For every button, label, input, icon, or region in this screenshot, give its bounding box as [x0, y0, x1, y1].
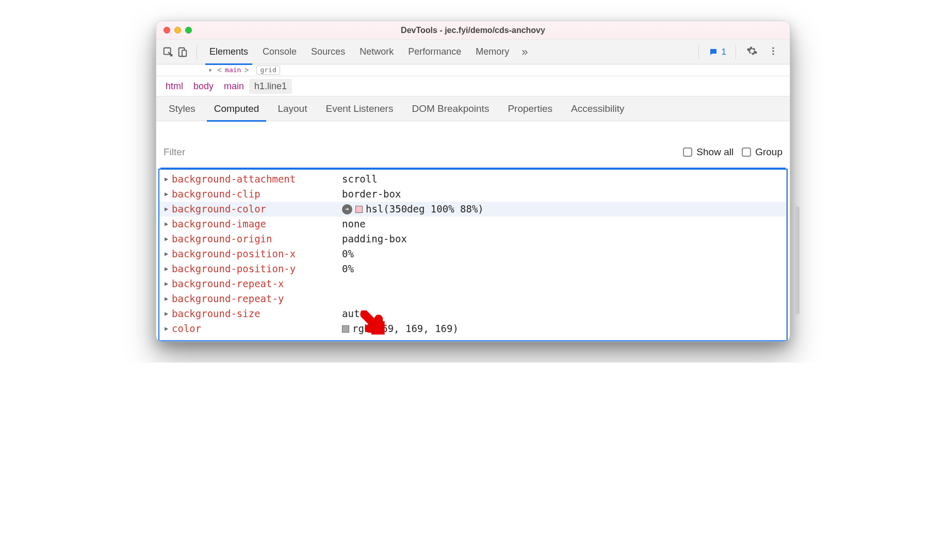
- issues-button[interactable]: 1: [704, 46, 730, 58]
- property-value: border-box: [342, 187, 401, 202]
- panel-tab-console[interactable]: Console: [255, 40, 304, 64]
- computed-property-row[interactable]: ▶background-repeat-x: [159, 276, 786, 291]
- settings-gear-icon[interactable]: [741, 45, 763, 59]
- sidebar-tabs: Styles Computed Layout Event Listeners D…: [156, 96, 790, 121]
- disclosure-triangle-icon[interactable]: ▶: [165, 291, 171, 306]
- disclosure-triangle-icon[interactable]: ▶: [165, 172, 171, 187]
- property-name: background-clip: [172, 187, 342, 202]
- disclosure-triangle-icon[interactable]: ▶: [165, 217, 171, 232]
- filter-bar: Show all Group: [158, 136, 788, 170]
- breadcrumb-item-active[interactable]: h1.line1: [249, 79, 292, 94]
- more-panels-icon[interactable]: »: [516, 45, 533, 59]
- sidebar-tab-computed[interactable]: Computed: [205, 96, 269, 121]
- scrollbar-thumb[interactable]: [795, 206, 800, 315]
- issues-icon: [708, 47, 719, 57]
- titlebar: DevTools - jec.fyi/demo/cds-anchovy: [156, 21, 790, 40]
- computed-property-row[interactable]: ▶background-position-x0%: [159, 246, 786, 261]
- color-swatch-icon[interactable]: [342, 325, 349, 333]
- breadcrumb-item[interactable]: html: [160, 79, 188, 94]
- panel-tab-elements[interactable]: Elements: [202, 40, 255, 64]
- computed-property-row[interactable]: ▶background-sizeauto: [159, 306, 786, 321]
- dom-tree-preview[interactable]: ▾ <main> grid: [156, 64, 790, 76]
- separator: [698, 45, 699, 59]
- computed-property-row[interactable]: ▶background-originpadding-box: [159, 232, 786, 246]
- disclosure-triangle-icon[interactable]: ▶: [165, 306, 171, 321]
- sidebar-tab-styles[interactable]: Styles: [159, 96, 205, 121]
- property-value: hsl(350deg 100% 88%): [355, 202, 484, 217]
- computed-property-row[interactable]: ▶background-attachmentscroll: [159, 172, 786, 187]
- disclosure-triangle-icon[interactable]: ▶: [165, 276, 171, 291]
- panel-tab-memory[interactable]: Memory: [468, 40, 516, 64]
- sidebar-tab-event-listeners[interactable]: Event Listeners: [316, 96, 402, 121]
- separator: [736, 45, 736, 59]
- checkbox-icon: [742, 147, 751, 157]
- main-toolbar: Elements Console Sources Network Perform…: [156, 40, 790, 64]
- property-value: rgb(169, 169, 169): [342, 321, 459, 336]
- property-value: scroll: [342, 172, 378, 187]
- checkbox-icon: [683, 147, 692, 157]
- sidebar-tab-dom-breakpoints[interactable]: DOM Breakpoints: [402, 96, 498, 121]
- disclosure-triangle-icon[interactable]: ▶: [165, 321, 171, 336]
- color-swatch-icon[interactable]: [355, 206, 363, 213]
- property-name: color: [172, 321, 342, 336]
- sidebar-tab-layout[interactable]: Layout: [268, 96, 316, 121]
- svg-point-5: [772, 53, 774, 55]
- property-name: background-origin: [172, 232, 342, 246]
- property-value: auto: [342, 306, 366, 321]
- computed-property-row[interactable]: ▶background-color➔hsl(350deg 100% 88%): [159, 202, 786, 217]
- panel-tab-sources[interactable]: Sources: [304, 40, 352, 64]
- inspect-element-icon[interactable]: [162, 46, 174, 58]
- window-controls: [164, 27, 192, 34]
- property-name: background-attachment: [172, 172, 342, 187]
- issues-count: 1: [722, 47, 726, 57]
- navigate-to-source-icon[interactable]: ➔: [342, 204, 352, 215]
- disclosure-triangle-icon[interactable]: ▶: [165, 187, 171, 202]
- disclosure-triangle-icon[interactable]: ▶: [165, 246, 171, 261]
- separator: [197, 45, 197, 59]
- filter-input[interactable]: [164, 144, 675, 160]
- show-all-checkbox[interactable]: Show all: [683, 146, 733, 158]
- computed-property-row[interactable]: ▶background-clipborder-box: [159, 187, 786, 202]
- computed-property-row[interactable]: ▶background-imagenone: [159, 217, 786, 232]
- breadcrumb-item[interactable]: main: [219, 79, 249, 94]
- property-name: background-repeat-x: [172, 276, 342, 291]
- disclosure-triangle-icon[interactable]: ▶: [165, 261, 171, 276]
- property-value: 0%: [342, 246, 354, 261]
- property-value: none: [342, 217, 366, 232]
- breadcrumb-item[interactable]: body: [188, 79, 219, 94]
- sidebar-tab-properties[interactable]: Properties: [498, 96, 562, 121]
- devtools-window: DevTools - jec.fyi/demo/cds-anchovy Elem…: [156, 21, 790, 342]
- maximize-window-button[interactable]: [185, 27, 192, 34]
- property-name: background-color: [172, 202, 342, 217]
- panel-tab-network[interactable]: Network: [352, 40, 401, 64]
- svg-point-3: [772, 47, 774, 48]
- svg-rect-2: [182, 50, 186, 56]
- window-title: DevTools - jec.fyi/demo/cds-anchovy: [156, 26, 790, 35]
- property-name: background-position-x: [172, 246, 342, 261]
- grid-badge[interactable]: grid: [256, 65, 280, 75]
- computed-property-row[interactable]: ▶colorrgb(169, 169, 169): [159, 321, 786, 336]
- property-value: padding-box: [342, 232, 407, 246]
- property-value: 0%: [342, 261, 354, 276]
- svg-point-4: [772, 50, 774, 52]
- device-toggle-icon[interactable]: [177, 46, 188, 58]
- group-checkbox[interactable]: Group: [742, 146, 782, 158]
- property-name: background-position-y: [172, 261, 342, 276]
- kebab-menu-icon[interactable]: [763, 46, 784, 58]
- property-name: background-image: [172, 217, 342, 232]
- computed-property-row[interactable]: ▶background-position-y0%: [159, 261, 786, 276]
- computed-properties-list: ▶background-attachmentscroll▶background-…: [159, 170, 787, 340]
- minimize-window-button[interactable]: [174, 27, 181, 34]
- close-window-button[interactable]: [164, 27, 170, 34]
- breadcrumb: html body main h1.line1: [156, 76, 790, 96]
- computed-property-row[interactable]: ▶background-repeat-y: [159, 291, 786, 306]
- sidebar-tab-accessibility[interactable]: Accessibility: [562, 96, 633, 121]
- disclosure-triangle-icon[interactable]: ▶: [165, 232, 171, 246]
- property-name: background-size: [172, 306, 342, 321]
- property-name: background-repeat-y: [172, 291, 342, 306]
- disclosure-triangle-icon[interactable]: ▶: [165, 202, 171, 217]
- panel-tab-performance[interactable]: Performance: [401, 40, 468, 64]
